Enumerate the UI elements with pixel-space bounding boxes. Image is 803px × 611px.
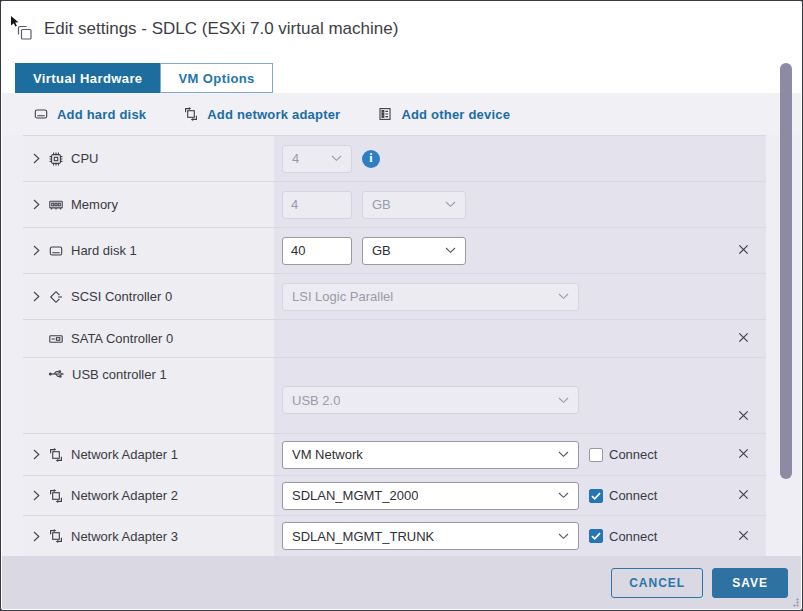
chevron-down-icon [331,155,342,162]
memory-icon [48,197,64,213]
cancel-button[interactable]: CANCEL [611,568,703,598]
device-row-network-adapter-2: Network Adapter 2SDLAN_MGMT_2000Connect [23,475,766,515]
device-label: Hard disk 1 [71,243,137,258]
tab-bar: Virtual HardwareVM Options [15,63,273,93]
chevron-down-icon [445,201,456,208]
network-adapter-2-connect-checkbox[interactable]: Connect [589,488,657,503]
usb-controller-1-select: USB 2.0 [282,386,579,414]
remove-cell [721,182,766,227]
connect-label: Connect [609,529,657,544]
memory-select: GB [362,191,466,219]
device-label: Memory [71,197,118,212]
selected-value: SDLAN_MGMT_2000 [292,488,418,503]
device-row-sata-controller-0: SATA Controller 0 [23,319,766,357]
device-row-usb-controller-1: USB controller 1USB 2.0 [23,357,766,433]
network-adapter-icon [48,528,64,544]
info-icon[interactable]: i [362,150,380,168]
selected-value: USB 2.0 [292,393,340,408]
hard-disk-1-select[interactable]: GB [362,237,466,265]
dialog-title: Edit settings - SDLC (ESXi 7.0 virtual m… [44,19,398,39]
checkbox-checked-icon[interactable] [589,489,603,503]
virtual-hardware-panel: Add hard diskAdd network adapterAdd othe… [2,93,801,558]
device-label: SATA Controller 0 [71,331,173,346]
remove-cell [721,434,766,475]
expand-chevron-icon[interactable] [33,449,42,460]
device-row-network-adapter-1: Network Adapter 1VM NetworkConnect [23,433,766,475]
chevron-down-icon [558,492,569,499]
network-adapter-3-connect-checkbox[interactable]: Connect [589,529,657,544]
scsi-controller-0-select: LSI Logic Parallel [282,283,579,311]
device-controls: SDLAN_MGMT_TRUNKConnect [274,522,721,550]
add-network-adapter-button[interactable]: Add network adapter [183,106,340,122]
device-label-cell: USB controller 1 [23,358,274,382]
toolbar-button-label: Add other device [401,107,510,122]
remove-cell [721,476,766,515]
remove-network-adapter-2-button[interactable] [734,484,753,507]
close-icon [738,488,749,503]
expand-chevron-icon[interactable] [33,490,42,501]
remove-cell [721,136,766,181]
selected-value: GB [372,197,391,212]
chevron-down-icon [558,293,569,300]
remove-cell [721,320,766,357]
toolbar-button-label: Add hard disk [57,107,146,122]
checkbox-unchecked-icon[interactable] [589,448,603,462]
memory-value-input[interactable] [282,191,352,219]
selected-value: VM Network [292,447,363,462]
connect-label: Connect [609,447,657,462]
hard-disk-icon [33,106,49,122]
tab-vm-options[interactable]: VM Options [160,63,272,93]
device-toolbar: Add hard diskAdd network adapterAdd othe… [2,93,801,135]
device-label-cell: Hard disk 1 [23,243,274,259]
scrollbar-thumb[interactable] [780,63,792,479]
hard-disk-1-value-input[interactable] [282,237,352,265]
connect-label: Connect [609,488,657,503]
network-adapter-1-connect-checkbox[interactable]: Connect [589,447,657,462]
device-controls: USB 2.0 [274,386,766,414]
device-label: Network Adapter 1 [71,447,178,462]
save-button[interactable]: SAVE [712,568,788,598]
device-label: Network Adapter 2 [71,488,178,503]
network-adapter-1-select[interactable]: VM Network [282,441,579,469]
expand-chevron-icon[interactable] [33,199,42,210]
device-row-scsi-controller-0: SCSI Controller 0LSI Logic Parallel [23,273,766,319]
expand-chevron-icon[interactable] [33,531,42,542]
mouse-cursor [11,16,20,28]
remove-usb-controller-1-button[interactable] [734,405,753,428]
chevron-down-icon [558,451,569,458]
remove-cell [721,228,766,273]
remove-network-adapter-1-button[interactable] [734,443,753,466]
expand-chevron-icon[interactable] [33,245,42,256]
usb-icon [48,366,65,382]
add-other-device-button[interactable]: Add other device [377,106,510,122]
remove-sata-controller-0-button[interactable] [734,327,753,350]
device-controls: LSI Logic Parallel [274,283,721,311]
toolbar-button-label: Add network adapter [207,107,340,122]
network-adapter-3-select[interactable]: SDLAN_MGMT_TRUNK [282,522,579,550]
remove-hard-disk-1-button[interactable] [734,239,753,262]
tab-virtual-hardware[interactable]: Virtual Hardware [15,63,160,93]
checkbox-checked-icon[interactable] [589,529,603,543]
network-adapter-icon [48,488,64,504]
edit-settings-dialog: Edit settings - SDLC (ESXi 7.0 virtual m… [0,0,803,611]
selected-value: LSI Logic Parallel [292,289,393,304]
expand-chevron-icon[interactable] [33,291,42,302]
sata-icon [48,331,64,347]
dialog-titlebar: Edit settings - SDLC (ESXi 7.0 virtual m… [1,1,802,56]
remove-network-adapter-3-button[interactable] [734,525,753,548]
add-hard-disk-button[interactable]: Add hard disk [33,106,146,122]
device-label: CPU [71,151,98,166]
device-label: USB controller 1 [72,367,167,382]
expand-chevron-icon[interactable] [33,153,42,164]
selected-value: SDLAN_MGMT_TRUNK [292,529,434,544]
chevron-down-icon [558,397,569,404]
chevron-down-icon [558,533,569,540]
resize-handle[interactable] [790,598,799,607]
network-adapter-2-select[interactable]: SDLAN_MGMT_2000 [282,482,579,510]
close-icon [738,243,749,258]
dialog-footer: CANCEL SAVE [2,556,801,609]
remove-cell [721,274,766,319]
cpu-select: 4 [282,145,352,173]
hard-disk-icon [48,243,64,259]
chevron-down-icon [445,247,456,254]
